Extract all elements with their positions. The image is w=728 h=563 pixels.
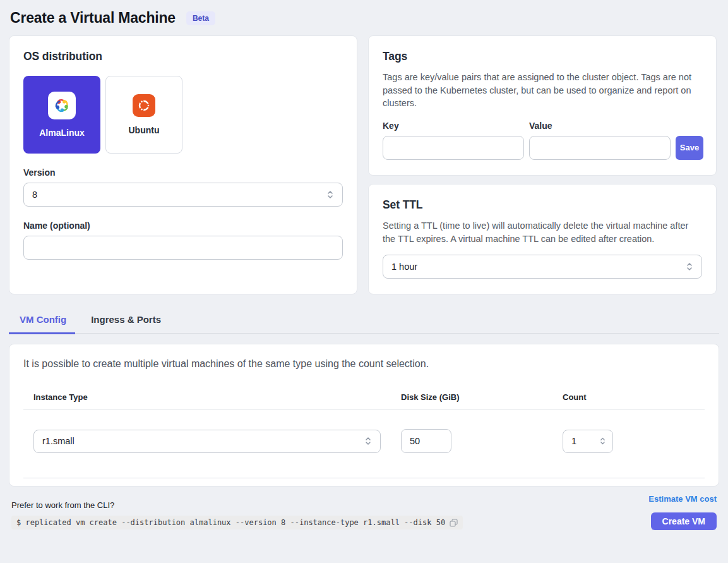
tag-key-input[interactable]: [383, 136, 524, 160]
vm-config-hint: It is possible to create multiple virtua…: [23, 358, 705, 370]
save-tag-button[interactable]: Save: [676, 136, 703, 160]
page-title: Create a Virtual Machine: [10, 9, 176, 27]
actions-section: Estimate VM cost Create VM: [648, 494, 717, 530]
ttl-card-title: Set TTL: [383, 198, 702, 212]
ubuntu-icon: [133, 94, 155, 117]
cli-section: Prefer to work from the CLI? $ replicate…: [11, 500, 463, 530]
os-tile-almalinux[interactable]: AlmaLinux: [23, 76, 100, 154]
tags-card: Tags Tags are key/value pairs that are a…: [368, 35, 717, 176]
beta-badge: Beta: [186, 11, 215, 25]
chevron-up-down-icon: [686, 261, 693, 272]
estimate-vm-cost-link[interactable]: Estimate VM cost: [648, 494, 717, 504]
os-card-title: OS distribution: [23, 50, 343, 63]
instance-type-value: r1.small: [42, 436, 75, 446]
tab-ingress-ports[interactable]: Ingress & Ports: [75, 311, 174, 334]
tag-form: Key Value Save: [383, 121, 702, 160]
os-tiles: AlmaLinux Ubuntu: [23, 76, 343, 154]
col-disk-size: Disk Size (GiB): [401, 392, 563, 402]
create-vm-button[interactable]: Create VM: [651, 512, 717, 530]
tag-value-input[interactable]: [529, 136, 671, 160]
chevron-up-down-icon: [364, 435, 372, 447]
tags-card-title: Tags: [383, 50, 702, 63]
page-header: Create a Virtual Machine Beta: [0, 0, 728, 27]
version-label: Version: [23, 167, 343, 178]
ttl-description: Setting a TTL (time to live) will automa…: [383, 219, 702, 245]
copy-icon[interactable]: [450, 519, 458, 527]
vm-name-input[interactable]: [23, 236, 343, 260]
tag-value-label: Value: [529, 121, 671, 131]
create-vm-page: Create a Virtual Machine Beta OS distrib…: [0, 0, 728, 563]
vm-config-card: It is possible to create multiple virtua…: [9, 344, 719, 487]
os-tile-ubuntu[interactable]: Ubuntu: [105, 76, 182, 154]
instance-type-select[interactable]: r1.small: [33, 430, 381, 453]
set-ttl-card: Set TTL Setting a TTL (time to live) wil…: [368, 184, 717, 294]
stepper-chevrons-icon[interactable]: [599, 436, 606, 446]
cli-command-text: $ replicated vm create --distribution al…: [16, 518, 445, 527]
cli-command-block: $ replicated vm create --distribution al…: [11, 516, 463, 530]
vm-table-header: Instance Type Disk Size (GiB) Count: [23, 392, 705, 402]
os-tile-ubuntu-label: Ubuntu: [129, 125, 160, 135]
version-select[interactable]: 8: [23, 183, 343, 207]
footer: Prefer to work from the CLI? $ replicate…: [11, 494, 717, 530]
config-tabs: VM Config Ingress & Ports: [9, 311, 719, 334]
tag-key-label: Key: [383, 121, 524, 131]
almalinux-icon: [48, 92, 76, 119]
ttl-select[interactable]: 1 hour: [383, 255, 702, 279]
top-cards-row: OS distribution: [9, 35, 719, 294]
os-tile-almalinux-label: AlmaLinux: [39, 128, 85, 138]
version-select-value: 8: [32, 190, 37, 200]
count-stepper[interactable]: 1: [563, 430, 613, 453]
vm-name-label: Name (optional): [23, 221, 343, 231]
col-instance-type: Instance Type: [33, 392, 401, 402]
chevron-up-down-icon: [326, 189, 334, 200]
tab-vm-config[interactable]: VM Config: [9, 311, 75, 334]
disk-size-input[interactable]: [401, 429, 451, 453]
vm-table-row: r1.small 1: [23, 409, 705, 471]
right-cards-column: Tags Tags are key/value pairs that are a…: [368, 35, 717, 294]
count-value: 1: [571, 436, 576, 446]
ttl-select-value: 1 hour: [391, 262, 417, 272]
cli-prompt-text: Prefer to work from the CLI?: [11, 500, 463, 510]
tags-description: Tags are key/value pairs that are assign…: [383, 71, 702, 110]
table-bottom-divider: [23, 478, 705, 478]
os-distribution-card: OS distribution: [9, 35, 357, 294]
col-count: Count: [563, 392, 695, 402]
